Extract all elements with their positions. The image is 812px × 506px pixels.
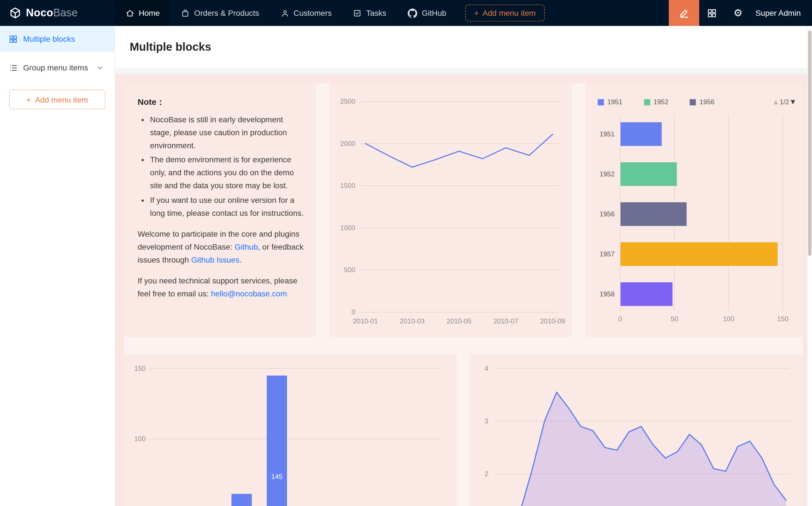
legend-item-1952[interactable]: 1952 bbox=[644, 98, 668, 106]
svg-text:500: 500 bbox=[344, 266, 355, 273]
list-icon bbox=[9, 63, 17, 72]
svg-text:0: 0 bbox=[352, 308, 355, 316]
legend-swatch bbox=[690, 99, 696, 105]
scrollbar-thumb[interactable] bbox=[808, 30, 811, 256]
bar-chart-block: 1951 1952 1956 ▲ 1/2 ▼ 05010015019511952… bbox=[585, 83, 803, 337]
svg-text:2010-07: 2010-07 bbox=[494, 317, 518, 325]
column-chart-block: 15010050145 bbox=[124, 354, 457, 506]
github-icon bbox=[408, 8, 417, 18]
home-icon bbox=[126, 9, 134, 17]
nav-item-tasks[interactable]: Tasks bbox=[342, 0, 397, 26]
note-bullet: NocoBase is still in early development s… bbox=[150, 113, 304, 152]
user-menu[interactable]: Super Admin bbox=[751, 8, 812, 17]
svg-text:2010-05: 2010-05 bbox=[447, 317, 471, 325]
svg-text:2010-01: 2010-01 bbox=[353, 317, 378, 325]
svg-text:2: 2 bbox=[485, 470, 488, 478]
add-menu-item-button-header[interactable]: + Add menu item bbox=[465, 4, 545, 21]
nav-item-label: Home bbox=[139, 8, 160, 17]
logo-text-base: Base bbox=[53, 7, 78, 19]
line-chart-block: 050010001500200025002010-012010-032010-0… bbox=[329, 83, 572, 337]
gear-icon: ⚙ bbox=[734, 8, 743, 18]
page-header: Multiple blocks bbox=[115, 26, 812, 68]
ui-editor-button[interactable] bbox=[669, 0, 699, 26]
add-menu-item-label: Add menu item bbox=[35, 95, 88, 104]
legend-item-1956[interactable]: 1956 bbox=[690, 98, 715, 106]
legend-label: 1956 bbox=[699, 98, 715, 106]
note-title: Note： bbox=[138, 97, 304, 108]
note-paragraph: Welcome to participate in the core and p… bbox=[138, 228, 304, 267]
orders-icon bbox=[181, 9, 190, 17]
nocobase-logo-icon bbox=[9, 7, 21, 19]
page-title: Multiple blocks bbox=[130, 40, 211, 53]
tasks-icon bbox=[353, 9, 361, 17]
github-issues-link[interactable]: Github Issues bbox=[191, 255, 239, 264]
horizontal-bar-chart: 05010015019511952195619571958 bbox=[585, 83, 803, 335]
column-chart: 15010050145 bbox=[124, 354, 457, 506]
main-content: Multiple blocks Note： NocoBase is still … bbox=[115, 26, 812, 506]
legend-swatch bbox=[598, 99, 604, 105]
header-actions: ⚙ Super Admin bbox=[669, 0, 812, 26]
svg-text:2000: 2000 bbox=[340, 140, 355, 147]
nav-item-label: GitHub bbox=[422, 8, 446, 17]
svg-text:145: 145 bbox=[271, 473, 283, 480]
sidebar: Multiple blocks Group menu items + Add m… bbox=[0, 26, 115, 506]
line-chart: 050010001500200025002010-012010-032010-0… bbox=[329, 83, 572, 335]
plus-icon: + bbox=[26, 95, 31, 103]
note-bullet-list: NocoBase is still in early development s… bbox=[138, 113, 304, 220]
svg-text:1957: 1957 bbox=[600, 250, 615, 258]
svg-text:2010-09: 2010-09 bbox=[540, 317, 565, 325]
note-text: . bbox=[239, 255, 242, 264]
plus-icon: + bbox=[474, 9, 478, 17]
triangle-down-icon[interactable]: ▼ bbox=[791, 99, 795, 105]
nav-item-github[interactable]: GitHub bbox=[397, 0, 457, 26]
main-nav: Home Orders & Products Customers Tasks G… bbox=[115, 0, 545, 26]
highlighter-icon bbox=[678, 7, 690, 19]
legend-pager: ▲ 1/2 ▼ bbox=[773, 98, 795, 106]
legend-pager-text: 1/2 bbox=[780, 98, 789, 106]
area-chart-block: 432 bbox=[470, 354, 803, 506]
top-nav-bar: NocoBase Home Orders & Products Customer… bbox=[0, 0, 812, 26]
settings-button[interactable]: ⚙ bbox=[725, 0, 751, 26]
nocobase-logo[interactable]: NocoBase bbox=[0, 0, 115, 26]
svg-text:1000: 1000 bbox=[340, 224, 355, 232]
vertical-scrollbar[interactable] bbox=[807, 26, 812, 506]
add-menu-item-button-sidebar[interactable]: + Add menu item bbox=[9, 90, 105, 109]
svg-text:2010-03: 2010-03 bbox=[400, 317, 425, 325]
svg-text:0: 0 bbox=[618, 315, 622, 323]
svg-text:3: 3 bbox=[485, 417, 488, 425]
note-bullet: The demo environment is for experience o… bbox=[150, 154, 304, 193]
svg-text:1500: 1500 bbox=[340, 182, 355, 189]
chevron-down-icon bbox=[97, 65, 103, 71]
svg-text:150: 150 bbox=[134, 364, 145, 372]
svg-text:1952: 1952 bbox=[600, 170, 615, 178]
plugin-manager-button[interactable] bbox=[699, 0, 725, 26]
sidebar-item-multiple-blocks[interactable]: Multiple blocks bbox=[0, 26, 115, 52]
note-paragraph: If you need technical support services, … bbox=[138, 274, 304, 300]
note-block: Note： NocoBase is still in early develop… bbox=[124, 83, 316, 337]
grid-icon bbox=[708, 8, 717, 18]
sidebar-item-label: Group menu items bbox=[23, 63, 88, 72]
sidebar-item-group-menu-items[interactable]: Group menu items bbox=[0, 55, 115, 81]
legend-item-1951[interactable]: 1951 bbox=[598, 98, 622, 106]
svg-text:2500: 2500 bbox=[340, 97, 355, 105]
nav-item-customers[interactable]: Customers bbox=[270, 0, 342, 26]
chart-legend: 1951 1952 1956 ▲ 1/2 ▼ bbox=[598, 98, 795, 106]
email-link[interactable]: hello@nocobase.com bbox=[211, 289, 287, 298]
nav-item-label: Orders & Products bbox=[194, 8, 259, 17]
svg-text:4: 4 bbox=[485, 364, 488, 372]
page-blocks-panel: Note： NocoBase is still in early develop… bbox=[115, 74, 812, 506]
svg-text:1956: 1956 bbox=[600, 210, 615, 218]
triangle-up-icon[interactable]: ▲ bbox=[773, 99, 778, 105]
add-menu-item-label: Add menu item bbox=[483, 8, 536, 17]
svg-text:50: 50 bbox=[671, 315, 678, 323]
customers-icon bbox=[281, 9, 289, 17]
legend-swatch bbox=[644, 99, 650, 105]
nav-item-home[interactable]: Home bbox=[115, 0, 170, 26]
blocks-icon bbox=[9, 35, 17, 43]
nav-item-orders-products[interactable]: Orders & Products bbox=[170, 0, 270, 26]
svg-text:1951: 1951 bbox=[600, 130, 615, 138]
logo-text-noco: Noco bbox=[26, 7, 53, 19]
svg-text:100: 100 bbox=[723, 315, 734, 323]
github-link[interactable]: Github bbox=[235, 242, 258, 251]
sidebar-item-label: Multiple blocks bbox=[23, 34, 75, 44]
